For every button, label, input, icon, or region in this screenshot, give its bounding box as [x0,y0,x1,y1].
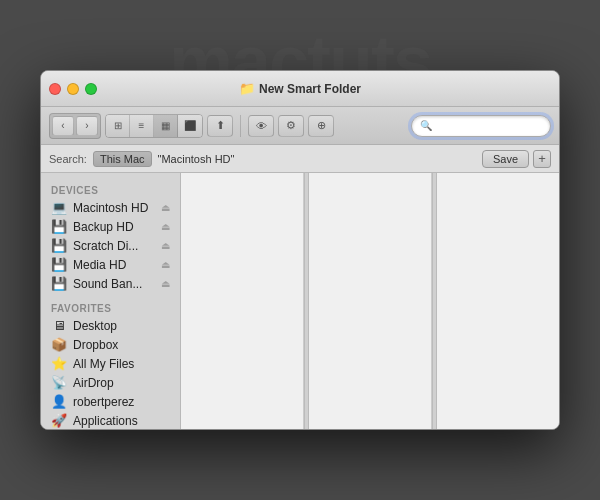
list-view-button[interactable]: ≡ [130,115,154,137]
quicklook-button[interactable]: 👁 [248,115,274,137]
coverflow-view-button[interactable]: ⬛ [178,115,202,137]
desktop-icon: 🖥 [51,318,67,333]
file-panel-1 [181,173,304,429]
sidebar-item-label: Backup HD [73,220,155,234]
sidebar-item-label: Scratch Di... [73,239,155,253]
sidebar-item-desktop[interactable]: 🖥 Desktop [41,316,180,335]
eject-button[interactable]: ⏏ [161,240,170,251]
save-button[interactable]: Save [482,150,529,168]
sidebar: DEVICES 💻 Macintosh HD ⏏ 💾 Backup HD ⏏ 💾… [41,173,181,429]
search-icon: 🔍 [420,120,432,131]
sidebar-item-label: AirDrop [73,376,170,390]
file-panel-3 [437,173,559,429]
sidebar-item-label: Dropbox [73,338,170,352]
folder-icon: 📁 [239,81,255,96]
sidebar-item-label: robertperez [73,395,170,409]
search-path: "Macintosh HD" [158,153,235,165]
search-input[interactable] [436,120,542,132]
eject-button[interactable]: ⏏ [161,259,170,270]
main-content: DEVICES 💻 Macintosh HD ⏏ 💾 Backup HD ⏏ 💾… [41,173,559,429]
user-icon: 👤 [51,394,67,409]
share-button[interactable]: ⬆ [207,115,233,137]
action-button[interactable]: ⚙ [278,115,304,137]
file-panels [181,173,559,429]
sidebar-item-label: Media HD [73,258,155,272]
applications-icon: 🚀 [51,413,67,428]
sidebar-item-backup-hd[interactable]: 💾 Backup HD ⏏ [41,217,180,236]
traffic-lights [49,83,97,95]
forward-button[interactable]: › [76,116,98,136]
titlebar: 📁 New Smart Folder [41,71,559,107]
files-icon: ⭐ [51,356,67,371]
icon-view-button[interactable]: ⊞ [106,115,130,137]
search-criteria-bar: Search: This Mac "Macintosh HD" Save + [41,145,559,173]
sidebar-item-dropbox[interactable]: 📦 Dropbox [41,335,180,354]
sidebar-item-label: Applications [73,414,170,428]
window-title: New Smart Folder [259,82,361,96]
search-scope-chip[interactable]: This Mac [93,151,152,167]
toolbar: ‹ › ⊞ ≡ ▦ ⬛ ⬆ 👁 ⚙ ⊕ 🔍 [41,107,559,145]
finder-window: 📁 New Smart Folder ‹ › ⊞ ≡ ▦ ⬛ ⬆ 👁 ⚙ ⊕ 🔍 [40,70,560,430]
separator [240,115,241,137]
devices-section-label: DEVICES [41,181,180,198]
sidebar-item-label: Macintosh HD [73,201,155,215]
eject-button[interactable]: ⏏ [161,278,170,289]
sidebar-item-scratch-disk[interactable]: 💾 Scratch Di... ⏏ [41,236,180,255]
add-criteria-button[interactable]: + [533,150,551,168]
hd-icon: 💻 [51,200,67,215]
sidebar-item-media-hd[interactable]: 💾 Media HD ⏏ [41,255,180,274]
sidebar-item-airdrop[interactable]: 📡 AirDrop [41,373,180,392]
column-view-button[interactable]: ▦ [154,115,178,137]
dropbox-icon: 📦 [51,337,67,352]
sidebar-item-label: Desktop [73,319,170,333]
sidebar-item-macintosh-hd[interactable]: 💻 Macintosh HD ⏏ [41,198,180,217]
save-area: Save + [482,150,551,168]
favorites-section-label: FAVORITES [41,299,180,316]
eject-button[interactable]: ⏏ [161,202,170,213]
search-box[interactable]: 🔍 [411,115,551,137]
eject-button[interactable]: ⏏ [161,221,170,232]
arrange-button[interactable]: ⊕ [308,115,334,137]
minimize-button[interactable] [67,83,79,95]
sidebar-item-robertperez[interactable]: 👤 robertperez [41,392,180,411]
hd-icon: 💾 [51,257,67,272]
window-title-area: 📁 New Smart Folder [239,81,361,96]
close-button[interactable] [49,83,61,95]
search-label: Search: [49,153,87,165]
hd-icon: 💾 [51,219,67,234]
sidebar-item-label: All My Files [73,357,170,371]
file-panel-2 [309,173,432,429]
sidebar-item-sound-bank[interactable]: 💾 Sound Ban... ⏏ [41,274,180,293]
hd-icon: 💾 [51,238,67,253]
sidebar-item-label: Sound Ban... [73,277,155,291]
airdrop-icon: 📡 [51,375,67,390]
hd-icon: 💾 [51,276,67,291]
maximize-button[interactable] [85,83,97,95]
nav-buttons: ‹ › [49,113,101,139]
sidebar-item-applications[interactable]: 🚀 Applications [41,411,180,429]
back-button[interactable]: ‹ [52,116,74,136]
sidebar-item-all-my-files[interactable]: ⭐ All My Files [41,354,180,373]
view-options: ⊞ ≡ ▦ ⬛ [105,114,203,138]
